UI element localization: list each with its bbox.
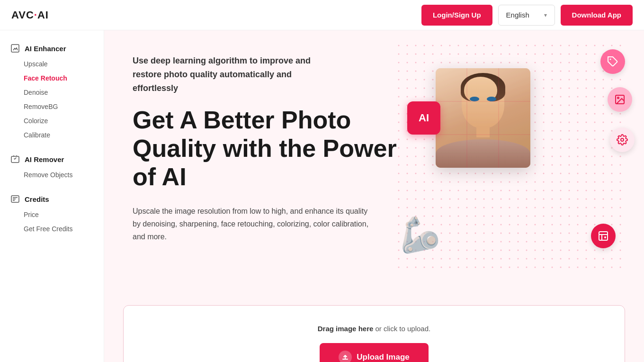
remover-icon <box>10 154 20 164</box>
hero-section: Use deep learning algorithm to improve a… <box>104 30 644 305</box>
hero-description: Upscale the image resolution from low to… <box>133 205 369 244</box>
upload-hint: Drag image here or click to upload. <box>138 325 610 333</box>
upload-section[interactable]: Drag image here or click to upload. Uplo… <box>123 305 625 362</box>
download-app-button[interactable]: Download App <box>561 5 633 26</box>
float-icon-tag <box>600 49 625 74</box>
header-right: Login/Sign Up English ▾ Download App <box>421 5 633 26</box>
main-content: Use deep learning algorithm to improve a… <box>104 30 644 362</box>
sidebar-item-face-retouch[interactable]: Face Retouch <box>0 71 104 85</box>
svg-point-11 <box>617 97 619 99</box>
ai-badge: AI <box>407 101 440 135</box>
float-icon-image <box>608 87 632 112</box>
credits-title: Credits <box>25 195 49 203</box>
credits-icon <box>10 194 20 204</box>
sidebar-section-remover: AI Remover Remove Objects <box>0 151 104 182</box>
logo-text: AVC·AI <box>11 9 49 21</box>
sidebar-section-title-enhancer[interactable]: AI Enhancer <box>0 40 104 57</box>
enhancer-title: AI Enhancer <box>25 45 66 53</box>
sidebar-section-credits: Credits Price Get Free Credits <box>0 190 104 236</box>
sidebar-item-upscale[interactable]: Upscale <box>0 57 104 71</box>
remover-title: AI Remover <box>25 155 64 163</box>
main-layout: AI Enhancer Upscale Face Retouch Denoise… <box>0 30 644 362</box>
sidebar-item-get-free-credits[interactable]: Get Free Credits <box>0 222 104 236</box>
sidebar-section-enhancer: AI Enhancer Upscale Face Retouch Denoise… <box>0 40 104 142</box>
svg-point-12 <box>621 138 624 141</box>
drag-hint-rest: or click to upload. <box>373 325 430 333</box>
sidebar-section-title-credits[interactable]: Credits <box>0 190 104 208</box>
language-selector[interactable]: English ▾ <box>498 5 555 26</box>
float-icon-settings <box>610 127 635 152</box>
sidebar-item-price[interactable]: Price <box>0 208 104 222</box>
language-label: English <box>506 11 529 19</box>
sidebar: AI Enhancer Upscale Face Retouch Denoise… <box>0 30 104 362</box>
upload-button-label: Upload Image <box>357 353 409 362</box>
sidebar-section-title-remover[interactable]: AI Remover <box>0 151 104 168</box>
hero-title: Get A Better Photo Quality with the Powe… <box>133 106 455 191</box>
chevron-down-icon: ▾ <box>544 12 547 18</box>
login-button[interactable]: Login/Sign Up <box>421 5 492 26</box>
svg-rect-13 <box>599 232 608 240</box>
sidebar-item-denoise[interactable]: Denoise <box>0 85 104 100</box>
hero-subtitle: Use deep learning algorithm to improve a… <box>133 54 455 95</box>
drag-hint-bold: Drag image here <box>318 325 374 333</box>
float-icon-photo-enhance <box>591 224 616 248</box>
upload-image-button[interactable]: Upload Image <box>320 343 428 362</box>
enhancer-icon <box>10 44 20 53</box>
svg-point-14 <box>604 236 606 238</box>
hero-text: Use deep learning algorithm to improve a… <box>133 54 455 243</box>
svg-rect-1 <box>11 156 19 163</box>
upload-icon <box>339 351 352 362</box>
sidebar-item-remove-objects[interactable]: Remove Objects <box>0 168 104 182</box>
sidebar-item-calibrate[interactable]: Calibrate <box>0 128 104 142</box>
logo: AVC·AI <box>11 9 49 21</box>
sidebar-item-colorize[interactable]: Colorize <box>0 114 104 128</box>
sidebar-item-removebg[interactable]: RemoveBG <box>0 100 104 114</box>
header: AVC·AI Login/Sign Up English ▾ Download … <box>0 0 644 30</box>
